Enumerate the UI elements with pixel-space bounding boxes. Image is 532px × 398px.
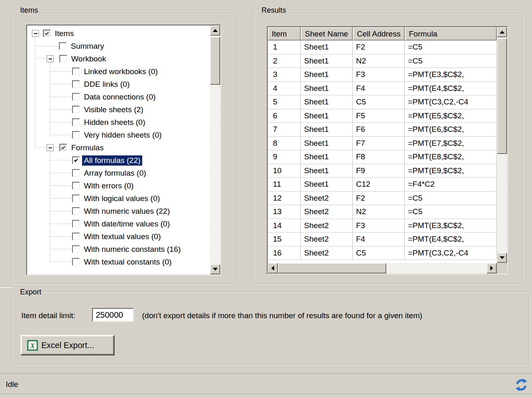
table-row-11[interactable]: 11Sheet1C12=F4*C2	[268, 178, 497, 192]
checkbox-off[interactable]	[72, 194, 80, 202]
tree-label[interactable]: With numeric values (22)	[82, 206, 171, 216]
column-header-formula[interactable]: Formula	[405, 27, 497, 41]
scrollbar-thumb[interactable]	[497, 38, 507, 154]
checkbox-mixed[interactable]	[59, 144, 67, 152]
tree-label[interactable]: With textual values (0)	[82, 232, 162, 242]
tree-label[interactable]: Formulas	[70, 143, 105, 153]
tree-item-data-connections-0[interactable]: Data connections (0)	[27, 90, 210, 103]
tree-label[interactable]: Summary	[69, 41, 106, 51]
tree-item-hidden-sheets-0[interactable]: Hidden sheets (0)	[27, 116, 210, 129]
tree-label[interactable]: Visible sheets (2)	[82, 105, 145, 115]
checkbox-off[interactable]	[72, 207, 80, 215]
tree-vertical-scrollbar[interactable]	[210, 25, 220, 274]
cell-item: 7	[268, 123, 301, 137]
checkbox-off[interactable]	[72, 245, 80, 253]
tree-item-all-formulas-22[interactable]: All formulas (22)	[27, 154, 210, 167]
table-row-13[interactable]: 13Sheet2N2=C5	[268, 205, 497, 219]
tree-label[interactable]: Hidden sheets (0)	[82, 118, 147, 127]
column-header-cell-address[interactable]: Cell Address	[353, 27, 405, 41]
column-header-item[interactable]: Item	[268, 27, 301, 41]
tree-label[interactable]: Array formulas (0)	[82, 168, 148, 178]
tree-label[interactable]: With errors (0)	[82, 181, 135, 191]
tree-item-linked-workbooks-0[interactable]: Linked workbooks (0)	[27, 65, 210, 78]
scrollbar-thumb[interactable]	[210, 36, 220, 85]
tree-guide-line	[50, 109, 72, 110]
table-row-15[interactable]: 15Sheet2F4=PMT(E4,$C$2,	[268, 233, 497, 246]
column-header-sheet-name[interactable]: Sheet Name	[301, 27, 353, 41]
tree-item-formulas[interactable]: Formulas	[27, 141, 210, 154]
table-row-4[interactable]: 4Sheet1F4=PMT(E4,$C$2,	[268, 82, 497, 96]
tree-item-with-textual-values-0[interactable]: With textual values (0)	[27, 230, 210, 243]
cell-item: 10	[268, 164, 301, 178]
tree-label[interactable]: Items	[53, 29, 75, 38]
checkbox-off[interactable]	[72, 80, 80, 88]
tree-label[interactable]: DDE links (0)	[82, 79, 131, 89]
tree-label[interactable]: With date/time values (0)	[82, 219, 171, 229]
splitter-handle[interactable]	[0, 286, 11, 287]
table-row-1[interactable]: 1Sheet1F2=C5	[268, 41, 497, 54]
scroll-down-button[interactable]	[210, 264, 220, 274]
table-vertical-scrollbar[interactable]	[497, 27, 507, 263]
tree-label[interactable]: All formulas (22)	[82, 156, 142, 165]
table-row-16[interactable]: 16Sheet2C5=PMT(C3,C2,-C4	[268, 246, 497, 260]
collapse-minus-icon[interactable]	[32, 30, 39, 37]
checkbox-off[interactable]	[72, 182, 80, 190]
checkbox-mixed[interactable]	[43, 29, 51, 37]
scroll-down-button[interactable]	[497, 253, 507, 263]
excel-export-button[interactable]: X Excel Export...	[20, 335, 115, 355]
tree-item-workbook[interactable]: Workbook	[27, 52, 210, 65]
tree-item-with-errors-0[interactable]: With errors (0)	[27, 179, 210, 192]
checkbox-off[interactable]	[72, 131, 80, 139]
tree-item-with-date-time-values-0[interactable]: With date/time values (0)	[27, 217, 210, 230]
checkbox-off[interactable]	[72, 220, 80, 228]
item-detail-limit-value[interactable]: 250000	[93, 309, 133, 321]
tree-item-visible-sheets-2[interactable]: Visible sheets (2)	[27, 103, 210, 116]
tree-item-with-logical-values-0[interactable]: With logical values (0)	[27, 192, 210, 205]
checkbox-off[interactable]	[59, 55, 67, 63]
tree-label[interactable]: Very hidden sheets (0)	[82, 130, 163, 140]
tree-label[interactable]: Linked workbooks (0)	[82, 67, 160, 77]
checkbox-off[interactable]	[72, 169, 80, 177]
scroll-left-button[interactable]	[268, 263, 278, 274]
table-row-3[interactable]: 3Sheet1F3=PMT(E3,$C$2,	[268, 68, 497, 82]
checkbox-off[interactable]	[59, 42, 67, 50]
checkbox-off[interactable]	[72, 258, 80, 266]
tree-label[interactable]: With textual constants (0)	[82, 257, 173, 267]
item-detail-limit-input[interactable]: 250000	[92, 308, 134, 322]
scroll-up-button[interactable]	[210, 25, 220, 36]
tree-guide-line	[35, 46, 59, 46]
tree-item-with-textual-constants-0[interactable]: With textual constants (0)	[27, 256, 210, 268]
tree-item-dde-links-0[interactable]: DDE links (0)	[27, 78, 210, 90]
checkbox-off[interactable]	[72, 68, 80, 75]
tree-item-very-hidden-sheets-0[interactable]: Very hidden sheets (0)	[27, 129, 210, 141]
collapse-minus-icon[interactable]	[47, 144, 54, 151]
tree-item-with-numeric-values-22[interactable]: With numeric values (22)	[27, 205, 210, 217]
tree-item-summary[interactable]: Summary	[27, 40, 210, 52]
checkbox-off[interactable]	[72, 93, 80, 101]
tree-item-with-numeric-constants-16[interactable]: With numeric constants (16)	[27, 243, 210, 256]
tree-label[interactable]: With numeric constants (16)	[82, 244, 183, 254]
checkbox-off[interactable]	[72, 233, 80, 240]
table-horizontal-scrollbar[interactable]	[268, 263, 497, 274]
scroll-up-button[interactable]	[497, 27, 507, 37]
tree-label[interactable]: With logical values (0)	[82, 194, 162, 204]
tree-label[interactable]: Data connections (0)	[82, 92, 157, 102]
checkbox-on[interactable]	[72, 156, 80, 164]
table-row-12[interactable]: 12Sheet2F2=C5	[268, 192, 497, 206]
table-row-9[interactable]: 9Sheet1F8=PMT(E8,$C$2,	[268, 150, 497, 164]
tree-item-array-formulas-0[interactable]: Array formulas (0)	[27, 167, 210, 179]
scrollbar-thumb[interactable]	[278, 263, 386, 274]
collapse-minus-icon[interactable]	[47, 55, 54, 62]
tree-item-items[interactable]: Items	[27, 27, 210, 40]
table-row-10[interactable]: 10Sheet1F9=PMT(E9,$C$2,	[268, 164, 497, 178]
table-row-7[interactable]: 7Sheet1F6=PMT(E6,$C$2,	[268, 123, 497, 137]
scroll-right-button[interactable]	[487, 263, 497, 274]
checkbox-off[interactable]	[72, 106, 80, 113]
checkbox-off[interactable]	[72, 118, 80, 126]
table-row-8[interactable]: 8Sheet1F7=PMT(E7,$C$2,	[268, 137, 497, 151]
table-row-6[interactable]: 6Sheet1F5=PMT(E5,$C$2,	[268, 109, 497, 123]
table-row-5[interactable]: 5Sheet1C5=PMT(C3,C2,-C4	[268, 95, 497, 109]
table-row-14[interactable]: 14Sheet2F3=PMT(E3,$C$2,	[268, 219, 497, 233]
table-row-2[interactable]: 2Sheet1N2=C5	[268, 54, 497, 68]
tree-label[interactable]: Workbook	[70, 54, 108, 64]
